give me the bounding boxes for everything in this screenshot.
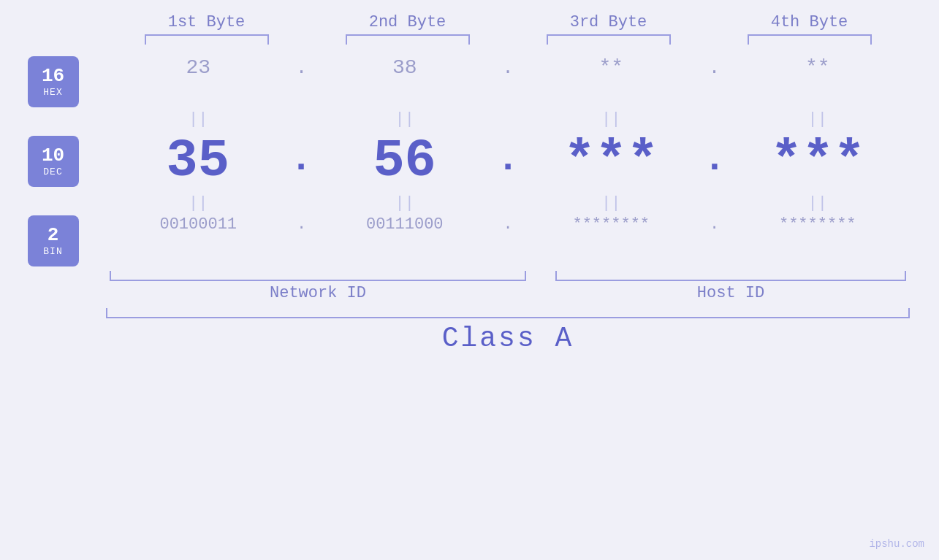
bottom-brackets-right xyxy=(106,271,939,281)
network-id-label: Network ID xyxy=(270,284,366,302)
bin-b4: ******** xyxy=(726,215,911,234)
sep-row-1: || || || || xyxy=(0,110,939,129)
dec-b2: 56 xyxy=(313,131,497,191)
dec-row-container: 10 DEC 35 . 56 . *** xyxy=(0,131,939,191)
sep-pipes-cells-2: || || || || xyxy=(106,194,910,212)
hex-b3: ** xyxy=(519,56,704,79)
hex-values: 23 . 38 . ** . ** xyxy=(106,56,910,79)
hex-row-container: 16 HEX 23 . 38 . ** xyxy=(0,56,939,107)
hex-data-row: 23 . 38 . ** . ** xyxy=(106,56,939,107)
bin-b3: ******** xyxy=(519,215,704,234)
class-bracket-row xyxy=(0,308,939,318)
class-label-spacer xyxy=(0,323,106,354)
network-id-label-cell: Network ID xyxy=(106,284,530,302)
dec-b4: *** xyxy=(726,131,910,191)
dec-dot1: . xyxy=(290,138,313,191)
byte1-header: 1st Byte xyxy=(106,13,307,31)
hex-badge-cell: 16 HEX xyxy=(0,56,106,107)
sep-pipe-1-b4: || xyxy=(726,110,911,129)
watermark: ipshu.com xyxy=(869,538,924,550)
sep-pipes-1: || || || || xyxy=(106,110,939,129)
bracket-top-1 xyxy=(145,34,269,45)
hex-b2: 38 xyxy=(313,56,498,79)
bin-badge-cell: 2 BIN xyxy=(0,215,106,266)
hex-dot1: . xyxy=(291,57,313,79)
host-bracket-line xyxy=(555,271,906,281)
bin-b2: 00111000 xyxy=(313,215,498,234)
hex-dot2: . xyxy=(497,57,519,79)
sep-badge-spacer-1 xyxy=(0,110,106,129)
bracket-cell-3 xyxy=(508,34,709,45)
bin-data-row: 00100011 . 00111000 . ******** . xyxy=(106,215,939,266)
bin-dot2: . xyxy=(497,215,519,234)
class-bracket-line xyxy=(106,308,910,318)
bottom-badge-spacer xyxy=(0,271,106,281)
sep-pipes-cells-1: || || || || xyxy=(106,110,910,129)
sep-pipe-1-b3: || xyxy=(519,110,704,129)
top-brackets xyxy=(0,34,939,45)
bin-dot3: . xyxy=(704,215,726,234)
network-bracket-wrapper xyxy=(106,271,530,281)
dec-badge: 10 DEC xyxy=(28,136,79,187)
dec-b1: 35 xyxy=(106,131,290,191)
dec-badge-num: 10 xyxy=(42,145,64,166)
dec-values: 35 . 56 . *** . *** xyxy=(106,131,910,191)
id-labels-right: Network ID Host ID xyxy=(106,284,939,302)
class-bracket-spacer xyxy=(0,308,106,318)
bracket-top-2 xyxy=(346,34,470,45)
byte4-header: 4th Byte xyxy=(709,13,910,31)
network-bracket-line xyxy=(110,271,526,281)
byte2-header: 2nd Byte xyxy=(307,13,508,31)
sep-pipe-2-b3: || xyxy=(519,194,704,212)
class-label-right: Class A xyxy=(106,323,939,354)
sep-pipes-2: || || || || xyxy=(106,194,939,212)
class-label: Class A xyxy=(442,323,574,354)
hex-badge-label: HEX xyxy=(43,87,62,98)
sep-pipe-2-b4: || xyxy=(726,194,911,212)
bin-row-container: 2 BIN 00100011 . 00111000 . ******** xyxy=(0,215,939,266)
hex-b4: ** xyxy=(726,56,911,79)
byte-headers-row: 1st Byte 2nd Byte 3rd Byte 4th Byte xyxy=(0,13,939,31)
host-id-label-cell: Host ID xyxy=(552,284,910,302)
bin-dot1: . xyxy=(291,215,313,234)
hex-b1: 23 xyxy=(106,56,291,79)
bracket-cell-2 xyxy=(307,34,508,45)
dec-dot3: . xyxy=(703,138,726,191)
dec-badge-cell: 10 DEC xyxy=(0,131,106,191)
id-labels-spacer xyxy=(0,284,106,302)
sep-pipe-2-b2: || xyxy=(313,194,498,212)
main-container: 1st Byte 2nd Byte 3rd Byte 4th Byte 16 H… xyxy=(0,0,939,560)
class-label-row: Class A xyxy=(0,323,939,354)
sep-pipe-1-b1: || xyxy=(106,110,291,129)
bin-badge: 2 BIN xyxy=(28,215,79,266)
dec-dot2: . xyxy=(496,138,519,191)
sep-pipe-2-b1: || xyxy=(106,194,291,212)
bottom-brackets-row xyxy=(0,271,939,281)
sep-pipe-1-b2: || xyxy=(313,110,498,129)
host-id-label: Host ID xyxy=(697,284,764,302)
bracket-cell-4 xyxy=(709,34,910,45)
sep-row-2: || || || || xyxy=(0,194,939,212)
dec-badge-label: DEC xyxy=(43,166,62,177)
hex-dot3: . xyxy=(704,57,726,79)
bin-b1: 00100011 xyxy=(106,215,291,234)
sep-badge-spacer-2 xyxy=(0,194,106,212)
host-bracket-wrapper xyxy=(552,271,910,281)
id-labels-container: Network ID Host ID xyxy=(106,284,910,302)
bin-values: 00100011 . 00111000 . ******** . xyxy=(106,215,910,234)
dec-b3: *** xyxy=(520,131,704,191)
bin-badge-num: 2 xyxy=(47,225,59,246)
byte3-header: 3rd Byte xyxy=(508,13,709,31)
class-bracket-right xyxy=(106,308,939,318)
bottom-bracket-container xyxy=(106,271,910,281)
hex-badge: 16 HEX xyxy=(28,56,79,107)
dec-data-row: 35 . 56 . *** . *** xyxy=(106,131,939,191)
bracket-top-3 xyxy=(547,34,671,45)
id-labels-mid-spacer xyxy=(530,284,552,302)
bracket-top-4 xyxy=(748,34,872,45)
bin-badge-label: BIN xyxy=(43,246,62,257)
hex-badge-num: 16 xyxy=(42,66,64,87)
id-labels-row: Network ID Host ID xyxy=(0,284,939,302)
bracket-cell-1 xyxy=(106,34,307,45)
